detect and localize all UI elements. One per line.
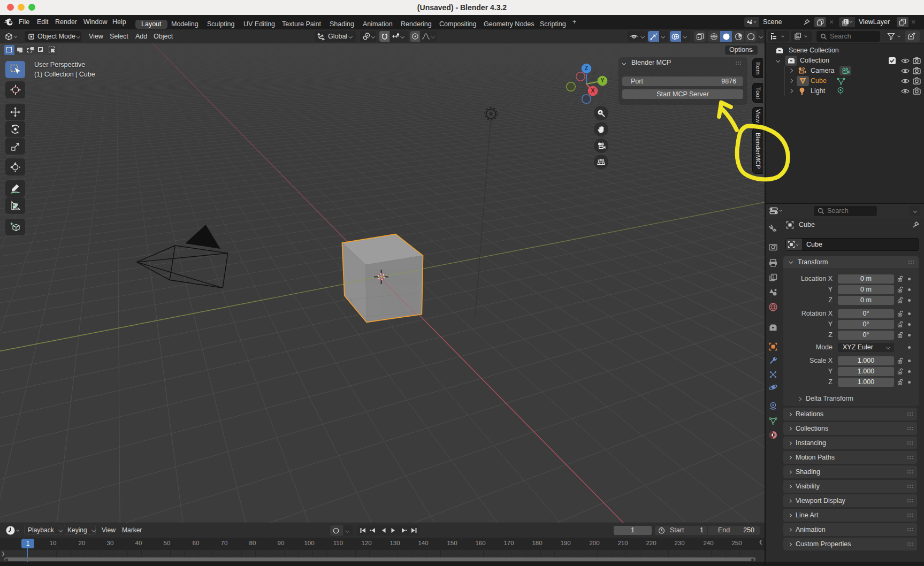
svg-text:Z: Z bbox=[585, 65, 589, 71]
svg-text:Y: Y bbox=[600, 77, 604, 83]
svg-text:X: X bbox=[591, 87, 594, 94]
